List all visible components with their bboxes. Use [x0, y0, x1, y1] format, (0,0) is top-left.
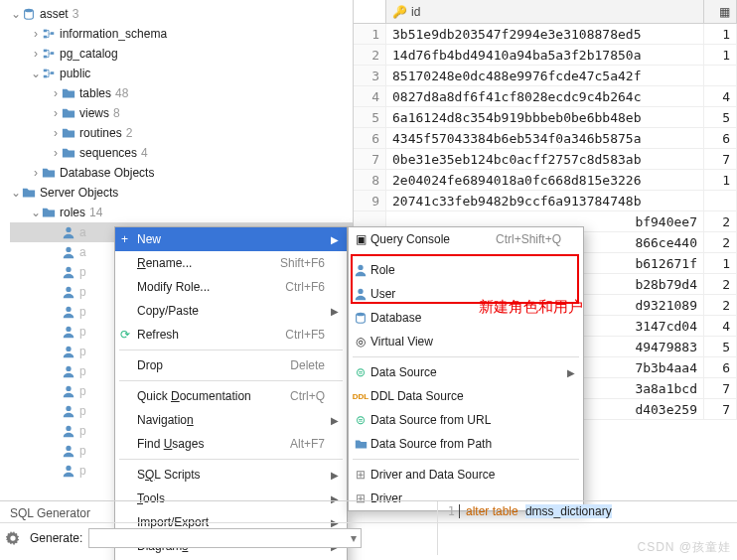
column-header-id[interactable]: 🔑 id: [386, 0, 704, 23]
table-row[interactable]: 9 20741c33feb9482b9ccf6a913784748b: [354, 191, 737, 211]
tree-label: p: [79, 265, 86, 279]
row-number: 8: [354, 170, 386, 191]
cell-id[interactable]: 4345f57043384b6eb534f0a346b5875a: [386, 128, 704, 149]
tree-item-schema[interactable]: › information_schema: [10, 24, 353, 44]
chevron-right-icon: ›: [50, 86, 62, 100]
cell-value[interactable]: 6: [704, 128, 737, 149]
folder-icon: [353, 438, 368, 451]
chevron-right-icon: ›: [30, 27, 42, 41]
tree-count: 2: [126, 126, 133, 140]
menu-item-query-console[interactable]: ▣Query ConsoleCtrl+Shift+Q: [349, 227, 583, 251]
menu-item-ds-from-url[interactable]: ⊜Data Source from URL: [349, 408, 583, 432]
menu-item-data-source[interactable]: ⊜Data Source▶: [349, 360, 583, 384]
cell-value[interactable]: 4: [704, 316, 737, 337]
cell-id[interactable]: 2e04024fe6894018a0fc668d815e3226: [386, 170, 704, 191]
cell-value[interactable]: 7: [704, 149, 737, 170]
table-row[interactable]: 1 3b51e9db203547f2994e3e3108878ed5 1: [354, 24, 737, 45]
table-row[interactable]: 7 0be31e35eb124bc0acff2757c8d583ab 7: [354, 149, 737, 170]
menu-item-user[interactable]: User: [349, 282, 583, 306]
menu-item-refresh[interactable]: ⟳ RefreshCtrl+F5: [115, 323, 347, 347]
menu-item-virtual-view[interactable]: ◎Virtual View: [349, 330, 583, 353]
cell-id[interactable]: 14d76fb4bd49410a94ba5a3f2b17850a: [386, 45, 704, 66]
svg-point-12: [66, 267, 71, 272]
generate-dropdown[interactable]: ▾: [88, 528, 362, 548]
folder-icon: [22, 186, 36, 200]
menu-item-rename[interactable]: Rename...Shift+F6: [115, 251, 347, 275]
cell-value[interactable]: 2: [704, 211, 737, 232]
table-row[interactable]: 3 85170248e0dc488e9976fcde47c5a42f: [354, 66, 737, 86]
menu-item-ddl-data-source[interactable]: DDLDDL Data Source: [349, 384, 583, 408]
menu-item-role[interactable]: Role: [349, 258, 583, 282]
tree-item-server-objects[interactable]: ⌄ Server Objects: [10, 183, 353, 203]
cell-value[interactable]: 4: [704, 86, 737, 107]
svg-point-10: [66, 227, 71, 232]
tree-item-roles[interactable]: ⌄ roles 14: [10, 203, 353, 222]
schema-icon: [42, 27, 56, 41]
chevron-down-icon: ⌄: [30, 67, 42, 80]
submenu-new[interactable]: ▣Query ConsoleCtrl+Shift+Q Role User Dat…: [348, 226, 584, 511]
tree-item-folder[interactable]: › routines 2: [10, 123, 353, 143]
tree-item-folder[interactable]: › sequences 4: [10, 143, 353, 163]
menu-item-database[interactable]: Database: [349, 306, 583, 330]
tree-label: p: [79, 364, 86, 378]
cell-value[interactable]: 1: [704, 24, 737, 45]
submenu-arrow-icon: ▶: [331, 470, 339, 481]
cell-value[interactable]: 5: [704, 337, 737, 357]
menu-item-navigation[interactable]: Navigation▶: [115, 408, 347, 432]
folder-icon: [62, 126, 75, 140]
database-icon: [353, 311, 368, 325]
cell-value[interactable]: 5: [704, 107, 737, 128]
tree-item-folder[interactable]: › views 8: [10, 103, 353, 123]
cell-value[interactable]: 1: [704, 170, 737, 191]
menu-item-driver-and-ds[interactable]: ⊞Driver and Data Source: [349, 463, 583, 487]
tree-item-folder[interactable]: › tables 48: [10, 83, 353, 103]
tree-item-asset[interactable]: ⌄ asset 3: [10, 4, 353, 24]
table-row[interactable]: 5 6a16124d8c354b919bbbeb0be6bb48eb 5: [354, 107, 737, 128]
cell-value[interactable]: 7: [704, 399, 737, 420]
cell-value[interactable]: 1: [704, 253, 737, 274]
menu-item-drop[interactable]: DropDelete: [115, 353, 347, 377]
sql-line: 1 alter table dmss_dictionary: [438, 501, 737, 521]
cell-id[interactable]: 6a16124d8c354b919bbbeb0be6bb48eb: [386, 107, 704, 128]
cell-id[interactable]: 20741c33feb9482b9ccf6a913784748b: [386, 191, 704, 211]
cell-value[interactable]: 2: [704, 274, 737, 295]
menu-item-find-usages[interactable]: Find UsagesAlt+F7: [115, 432, 347, 456]
menu-item-ds-from-path[interactable]: Data Source from Path: [349, 432, 583, 456]
cell-value[interactable]: 6: [704, 357, 737, 378]
cell-id[interactable]: 0827d8a8df6f41cf8028ecdc9c4b264c: [386, 86, 704, 107]
tree-label: routines: [79, 126, 122, 140]
table-row[interactable]: 8 2e04024fe6894018a0fc668d815e3226 1: [354, 170, 737, 191]
menu-item-new[interactable]: + New▶: [115, 227, 347, 251]
menu-item-modify-role[interactable]: Modify Role...Ctrl+F6: [115, 275, 347, 299]
chevron-down-icon: ⌄: [30, 206, 42, 219]
table-row[interactable]: 6 4345f57043384b6eb534f0a346b5875a 6: [354, 128, 737, 149]
svg-point-24: [358, 289, 363, 294]
datasource-icon: ⊜: [353, 365, 368, 379]
tree-item-schema[interactable]: ⌄ public: [10, 64, 353, 83]
tree-item-db-objects[interactable]: › Database Objects: [10, 163, 353, 183]
tree-count: 48: [115, 86, 128, 100]
chevron-right-icon: ›: [30, 166, 42, 180]
cell-value[interactable]: 7: [704, 378, 737, 399]
tree-item-schema[interactable]: › pg_catalog: [10, 44, 353, 64]
person-icon: [62, 364, 75, 378]
table-row[interactable]: 4 0827d8a8df6f41cf8028ecdc9c4b264c 4: [354, 86, 737, 107]
cell-value[interactable]: 2: [704, 232, 737, 253]
cell-id[interactable]: 0be31e35eb124bc0acff2757c8d583ab: [386, 149, 704, 170]
menu-item-sql-scripts[interactable]: SQL Scripts▶: [115, 463, 347, 487]
person-icon: [353, 287, 368, 301]
cell-id[interactable]: 85170248e0dc488e9976fcde47c5a42f: [386, 66, 704, 86]
table-row[interactable]: 2 14d76fb4bd49410a94ba5a3f2b17850a 1: [354, 45, 737, 66]
tree-label: p: [79, 444, 86, 458]
menu-item-quick-doc[interactable]: Quick DocumentationCtrl+Q: [115, 384, 347, 408]
cell-value[interactable]: 2: [704, 295, 737, 316]
cell-value[interactable]: [704, 66, 737, 86]
svg-point-23: [358, 265, 363, 270]
menu-item-copy-paste[interactable]: Copy/Paste▶: [115, 299, 347, 323]
column-header[interactable]: ▦: [704, 0, 737, 23]
cell-id[interactable]: 3b51e9db203547f2994e3e3108878ed5: [386, 24, 704, 45]
cell-value[interactable]: [704, 191, 737, 211]
svg-point-17: [66, 366, 71, 371]
cell-value[interactable]: 1: [704, 45, 737, 66]
gear-icon[interactable]: [6, 531, 20, 545]
